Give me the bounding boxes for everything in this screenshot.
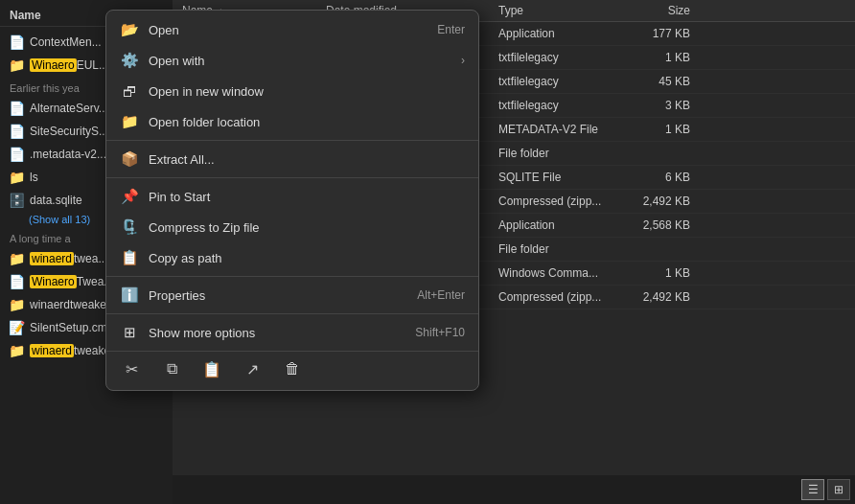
open-icon: 📂 bbox=[120, 20, 139, 39]
file-icon: 📄 bbox=[8, 34, 25, 51]
file-type: File folder bbox=[498, 147, 623, 160]
copy-icon[interactable]: ⧉ bbox=[160, 357, 183, 380]
file-icon: 📄 bbox=[8, 100, 25, 117]
menu-item-open[interactable]: 📂 Open Enter bbox=[106, 14, 478, 45]
sidebar-item-label: WinaeroEUL... bbox=[30, 58, 108, 72]
file-size: 2,492 KB bbox=[623, 290, 700, 304]
file-size: 3 KB bbox=[623, 99, 700, 112]
file-type: Application bbox=[498, 218, 623, 232]
show-more-icon: ⊞ bbox=[120, 323, 139, 342]
menu-item-show-more[interactable]: ⊞ Show more options Shift+F10 bbox=[106, 317, 478, 348]
col-header-size[interactable]: Size bbox=[623, 4, 700, 17]
menu-divider-3 bbox=[106, 276, 478, 277]
file-type: Application bbox=[498, 27, 623, 40]
pin-icon: 📌 bbox=[120, 187, 139, 206]
open-shortcut: Enter bbox=[437, 23, 465, 36]
zip-icon: 📁 bbox=[8, 342, 25, 359]
menu-label-extract: Extract All... bbox=[149, 152, 465, 167]
col-header-type[interactable]: Type bbox=[498, 4, 623, 17]
compress-icon: 🗜️ bbox=[120, 218, 139, 237]
paste-icon[interactable]: 📋 bbox=[200, 357, 223, 380]
file-type: txtfilelegacy bbox=[498, 99, 623, 112]
folder-icon: 📁 bbox=[8, 296, 25, 313]
menu-item-open-with[interactable]: ⚙️ Open with › bbox=[106, 45, 478, 76]
menu-item-extract-all[interactable]: 📦 Extract All... bbox=[106, 144, 478, 174]
context-menu: 📂 Open Enter ⚙️ Open with › 🗗 Open in ne… bbox=[105, 10, 479, 391]
file-size: 45 KB bbox=[623, 75, 700, 88]
file-size: 1 KB bbox=[623, 51, 700, 64]
file-size: 1 KB bbox=[623, 123, 700, 136]
menu-icon-bar: ✂ ⧉ 📋 ↗ 🗑 bbox=[106, 351, 478, 386]
menu-divider-1 bbox=[106, 140, 478, 141]
menu-item-open-folder-loc[interactable]: 📁 Open folder location bbox=[106, 106, 478, 137]
list-view-button[interactable]: ☰ bbox=[801, 479, 824, 500]
file-icon: 📄 bbox=[8, 123, 25, 140]
delete-icon[interactable]: 🗑 bbox=[281, 357, 304, 380]
file-type: Windows Comma... bbox=[498, 266, 623, 280]
sidebar-item-label: winaerdtwea... bbox=[30, 252, 107, 265]
menu-item-pin-start[interactable]: 📌 Pin to Start bbox=[106, 181, 478, 212]
submenu-arrow-icon: › bbox=[461, 54, 465, 67]
file-type: Compressed (zipp... bbox=[498, 290, 623, 304]
menu-label-open: Open bbox=[149, 23, 428, 37]
menu-divider-4 bbox=[106, 313, 478, 314]
file-type: Compressed (zipp... bbox=[498, 195, 623, 208]
menu-label-open-new-window: Open in new window bbox=[149, 84, 465, 99]
sidebar-item-label: data.sqlite bbox=[30, 194, 82, 207]
file-type: txtfilelegacy bbox=[498, 51, 623, 64]
show-more-shortcut: Shift+F10 bbox=[415, 326, 465, 339]
sidebar-item-label: WinaeroTwea... bbox=[30, 275, 113, 288]
cmd-icon: 📝 bbox=[8, 319, 25, 336]
share-icon[interactable]: ↗ bbox=[241, 357, 264, 380]
file-size: 177 KB bbox=[623, 27, 700, 40]
menu-label-show-more: Show more options bbox=[149, 326, 405, 340]
menu-divider-2 bbox=[106, 177, 478, 178]
file-icon: 📄 bbox=[8, 273, 25, 290]
folder-icon: 📁 bbox=[8, 169, 25, 186]
file-size: 6 KB bbox=[623, 171, 700, 184]
menu-item-compress-zip[interactable]: 🗜️ Compress to Zip file bbox=[106, 212, 478, 242]
menu-item-copy-path[interactable]: 📋 Copy as path bbox=[106, 242, 478, 273]
file-size: 2,568 KB bbox=[623, 218, 700, 232]
file-type: txtfilelegacy bbox=[498, 75, 623, 88]
properties-icon: ℹ️ bbox=[120, 286, 139, 305]
menu-label-compress: Compress to Zip file bbox=[149, 220, 465, 235]
open-with-icon: ⚙️ bbox=[120, 51, 139, 70]
menu-item-properties[interactable]: ℹ️ Properties Alt+Enter bbox=[106, 280, 478, 310]
sidebar-item-label: SiteSecurityS... bbox=[30, 125, 108, 138]
menu-label-copy-path: Copy as path bbox=[149, 251, 465, 265]
open-folder-loc-icon: 📁 bbox=[120, 112, 139, 131]
folder-icon: 📁 bbox=[8, 250, 25, 267]
menu-label-pin: Pin to Start bbox=[149, 190, 465, 204]
file-type: File folder bbox=[498, 242, 623, 256]
sidebar-item-label: ls bbox=[30, 171, 38, 184]
menu-label-properties: Properties bbox=[149, 288, 407, 303]
menu-label-open-folder-loc: Open folder location bbox=[149, 115, 465, 129]
open-new-window-icon: 🗗 bbox=[120, 81, 139, 101]
sidebar-item-label: AlternateServ... bbox=[30, 102, 108, 115]
copy-path-icon: 📋 bbox=[120, 248, 139, 267]
extract-icon: 📦 bbox=[120, 149, 139, 169]
file-type: SQLITE File bbox=[498, 171, 623, 184]
menu-label-open-with: Open with bbox=[149, 54, 451, 68]
properties-shortcut: Alt+Enter bbox=[417, 288, 465, 302]
db-icon: 🗄️ bbox=[8, 192, 25, 209]
cut-icon[interactable]: ✂ bbox=[120, 357, 143, 380]
sidebar-item-label: winaerdtweaker bbox=[30, 298, 110, 311]
file-size: 2,492 KB bbox=[623, 195, 700, 208]
file-icon: 📄 bbox=[8, 146, 25, 163]
tile-view-button[interactable]: ⊞ bbox=[827, 479, 850, 500]
file-size: 1 KB bbox=[623, 266, 700, 280]
bottom-bar: ☰ ⊞ bbox=[173, 475, 855, 504]
file-type: METADATA-V2 File bbox=[498, 123, 623, 136]
menu-item-open-new-window[interactable]: 🗗 Open in new window bbox=[106, 76, 478, 106]
folder-icon: 📁 bbox=[8, 57, 25, 74]
sidebar-item-label: SilentSetup.cmd bbox=[30, 321, 113, 334]
sidebar-item-label: .metadata-v2... bbox=[30, 148, 106, 161]
sidebar-item-label: ContextMen... bbox=[30, 35, 102, 49]
